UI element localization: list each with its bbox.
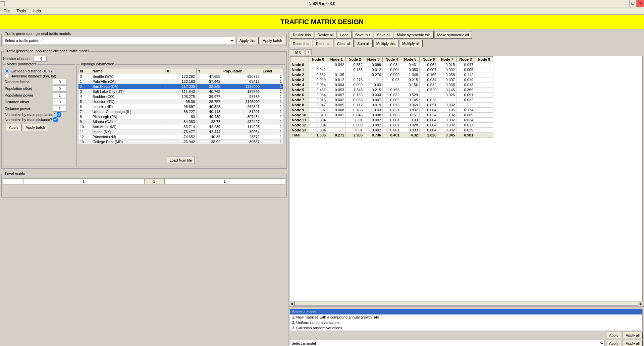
tm-cell[interactable]: 0.084 — [420, 108, 438, 113]
tm-table-wrap[interactable]: Node 0 Node 1 Node 2 Node 3 Node 4 Node … — [290, 56, 643, 301]
horizontal-scrollbar[interactable] — [294, 302, 638, 306]
apply-batch-button[interactable]: Apply batch — [260, 37, 285, 44]
level-cell-1[interactable]: 1 — [23, 178, 144, 184]
model-apply-all-button-2[interactable]: Apply all — [623, 340, 643, 346]
tm-cell[interactable]: 0.165 — [420, 72, 438, 77]
tm-cell[interactable] — [401, 88, 420, 93]
tm-cell[interactable]: 0.002 — [438, 67, 457, 72]
tm-cell[interactable]: 0.005 — [438, 82, 457, 88]
clear-all-button[interactable]: Clear all — [334, 40, 354, 47]
topo-row[interactable]: 7 Urbana-Champaign (IL) -88.227 40.113 8… — [78, 109, 283, 114]
tm-cell[interactable]: 0.017 — [457, 123, 475, 128]
apply-this-button[interactable]: Apply this — [236, 37, 259, 44]
tm-cell[interactable] — [364, 77, 383, 82]
tm-cell[interactable] — [457, 103, 475, 108]
tm-cell[interactable]: 0.012 — [364, 67, 383, 72]
tm-cell[interactable]: 0.07 — [309, 108, 327, 113]
tm-cell[interactable]: 0.033 — [401, 128, 420, 133]
tm-cell[interactable]: 0.007 — [327, 93, 346, 98]
tm-cell[interactable]: 0.981 — [457, 133, 475, 138]
table-row[interactable]: Node 120.0040.0090.0020.0010.0280.0040.0… — [290, 123, 493, 128]
tm-cell[interactable]: 0.004 — [420, 123, 438, 128]
tm-cell[interactable]: 0.002 — [364, 128, 383, 133]
tm-cell[interactable]: 0.038 — [438, 72, 457, 77]
tm-cell[interactable]: 0.008 — [364, 113, 383, 118]
tm-cell[interactable]: 0.002 — [364, 118, 383, 123]
tm-cell[interactable] — [475, 82, 493, 88]
tm-cell[interactable] — [475, 103, 493, 108]
tm-cell[interactable]: 0.005 — [383, 113, 401, 118]
resize-all-button[interactable]: Resize all — [315, 31, 337, 39]
tm-cell[interactable]: 0.047 — [309, 103, 327, 108]
tm-cell[interactable]: 0.552 — [346, 62, 364, 67]
tm-cell[interactable]: 1.348 — [401, 72, 420, 77]
topo-row[interactable]: 12 Princeton (NJ) -74.652 40.35 28572 1 — [78, 134, 283, 139]
menu-help[interactable]: Help — [31, 8, 43, 14]
table-row[interactable]: Node 40.0340.0040.0990.030.1560.0320.005… — [290, 82, 493, 88]
tm-cell[interactable]: 0.002 — [327, 113, 346, 118]
tm-cell[interactable]: 0.369 — [457, 88, 475, 93]
tm-cell[interactable] — [420, 93, 438, 98]
tm-cell[interactable] — [327, 128, 346, 133]
topo-row[interactable]: 13 College Park (MD) -76.942 38.99 30587… — [78, 139, 283, 145]
sum-all-button[interactable]: Sum all — [354, 40, 373, 47]
tm-cell[interactable] — [475, 98, 493, 103]
table-row[interactable]: Node 110.0040.010.0020.0010.030.0040.002… — [290, 118, 493, 123]
tm-cell[interactable]: 0.165 — [346, 93, 364, 98]
tm-cell[interactable]: 0.529 — [401, 93, 420, 98]
tm-cell[interactable]: 0.135 — [346, 67, 364, 72]
model-apply-all-button-1[interactable]: Apply all — [623, 332, 643, 339]
tm-cell[interactable]: 0.03 — [364, 82, 383, 88]
multiply-all-button[interactable]: Multiply all — [399, 40, 422, 47]
tm-cell[interactable]: 0.051 — [457, 93, 475, 98]
tm-cell[interactable]: 0.145 — [438, 88, 457, 93]
tm-cell[interactable] — [327, 123, 346, 128]
tm-cell[interactable]: 0.005 — [383, 98, 401, 103]
model-apply-button-2[interactable]: Apply — [606, 340, 622, 346]
tm-cell[interactable]: 0.156 — [401, 82, 420, 88]
multiply-this-button[interactable]: Multiply this — [373, 40, 398, 47]
tm-cell[interactable]: 0.013 — [457, 82, 475, 88]
table-row[interactable]: Node 90.070.0080.1830.030.0210.8320.0840… — [290, 108, 493, 113]
tm-cell[interactable]: 1.348 — [346, 88, 364, 93]
topo-row[interactable]: 6 Lincoln (NE) -96.697 40.823 262341 1 — [78, 104, 283, 109]
tm-cell[interactable]: 0.005 — [327, 103, 346, 108]
tm-cell[interactable]: 0.215 — [401, 77, 420, 82]
table-row[interactable]: Node 10.0420.1350.0120.0040.0530.0070.00… — [290, 67, 493, 72]
pop-offset-input[interactable] — [53, 85, 66, 92]
tm-cell[interactable]: 0.009 — [346, 123, 364, 128]
tm-cell[interactable]: 0.007 — [438, 77, 457, 82]
pop-power-input[interactable] — [53, 92, 66, 98]
normalize-dist-checkbox[interactable] — [53, 117, 58, 122]
tm-cell[interactable]: 0.099 — [346, 82, 364, 88]
topo-row[interactable]: 2 San Diego (CA) -117.239 32.885 1326000… — [78, 84, 283, 89]
tm-cell[interactable] — [327, 118, 346, 123]
table-row[interactable]: Node 20.5520.1350.2760.0991.3480.1650.03… — [290, 72, 493, 77]
tm-cell[interactable]: 0.019 — [364, 103, 383, 108]
topo-row[interactable]: 8 Pittsburgh (PA) -80 40.439 307484 1 — [78, 114, 283, 119]
table-row[interactable]: Node 60.0640.0070.1650.0340.0320.5290.02… — [290, 93, 493, 98]
tm-cell[interactable]: 0.183 — [346, 108, 364, 113]
tm-cell[interactable] — [383, 82, 401, 88]
tm-cell[interactable]: 0.026 — [438, 93, 457, 98]
close-button[interactable]: ✕ — [637, 0, 644, 7]
traffic-pattern-dropdown[interactable]: Select a traffic pattern — [3, 37, 235, 44]
tm-cell[interactable]: 0.151 — [401, 113, 420, 118]
tm-cell[interactable]: 0.053 — [401, 67, 420, 72]
tm-cell[interactable] — [309, 62, 327, 67]
tm-cell[interactable]: 0.019 — [309, 113, 327, 118]
tm-cell[interactable]: 0.112 — [346, 103, 364, 108]
table-row[interactable]: Node 00.0420.5520.0990.0340.4310.0640.01… — [290, 62, 493, 67]
tm-cell[interactable]: 0.156 — [383, 88, 401, 93]
tm-cell[interactable] — [475, 77, 493, 82]
tm-cell[interactable]: 0.01 — [346, 128, 364, 133]
table-row[interactable]: Node 80.0470.0050.1120.0190.0130.3690.05… — [290, 103, 493, 108]
table-row[interactable]: Total1.3860.2712.9850.7360.4014.321.0280… — [290, 133, 493, 138]
tm-cell[interactable]: 0.529 — [420, 88, 438, 93]
tm-cell[interactable]: 0.112 — [457, 72, 475, 77]
tm-cell[interactable] — [327, 67, 346, 72]
model-list-header[interactable]: Select a model — [290, 309, 642, 314]
tm-tab-0[interactable]: TM 0 — [290, 49, 304, 55]
dist-offset-input[interactable] — [53, 99, 66, 105]
tm-cell[interactable]: 0.832 — [401, 108, 420, 113]
